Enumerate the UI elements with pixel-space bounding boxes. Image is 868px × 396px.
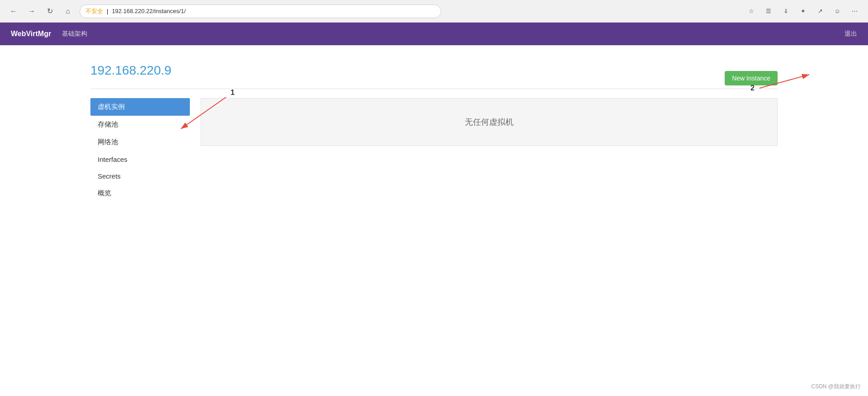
- title-divider: [90, 89, 778, 89]
- download-icon[interactable]: ⇓: [779, 5, 792, 18]
- sidebar-item-network[interactable]: 网络池: [90, 133, 190, 151]
- svg-text:1: 1: [231, 89, 235, 96]
- extensions-icon[interactable]: ✦: [797, 5, 809, 18]
- sidebar-item-secrets[interactable]: Secrets: [90, 168, 190, 184]
- navbar: WebVirtMgr 基础架构 退出: [0, 23, 868, 45]
- address-bar[interactable]: 不安全 | 192.168.220.22/instances/1/: [80, 5, 441, 18]
- sidebar-item-overview[interactable]: 概览: [90, 184, 190, 202]
- forward-button[interactable]: →: [25, 5, 38, 18]
- empty-state-text: 无任何虚拟机: [465, 118, 514, 127]
- address-separator: |: [107, 8, 108, 14]
- security-warning: 不安全: [85, 7, 103, 15]
- empty-state: 无任何虚拟机: [201, 98, 778, 146]
- browser-chrome: ← → ↻ ⌂ 不安全 | 192.168.220.22/instances/1…: [0, 0, 868, 23]
- new-instance-button[interactable]: New Instance: [725, 71, 778, 85]
- menu-icon[interactable]: ⋯: [848, 5, 861, 18]
- collections-icon[interactable]: ☰: [762, 5, 775, 18]
- watermark: CSDN @我就要执行: [811, 383, 861, 391]
- sidebar: 虚机实例 存储池 网络池 Interfaces Secrets 概览: [90, 98, 190, 202]
- home-button[interactable]: ⌂: [61, 5, 74, 18]
- brand-name: WebVirtMgr: [11, 30, 51, 38]
- logout-link[interactable]: 退出: [844, 30, 857, 38]
- infrastructure-link[interactable]: 基础架构: [62, 30, 87, 38]
- content-area: New Instance 无任何虚拟机: [201, 98, 778, 202]
- main-content: 192.168.220.9 虚机实例 存储池 网络池 Interfaces Se…: [0, 45, 868, 220]
- sidebar-item-interfaces[interactable]: Interfaces: [90, 151, 190, 168]
- back-button[interactable]: ←: [7, 5, 20, 18]
- browser-actions: ☆ ☰ ⇓ ✦ ↗ ☺ ⋯: [745, 5, 861, 18]
- favorites-icon[interactable]: ☆: [745, 5, 758, 18]
- profile-icon[interactable]: ☺: [831, 5, 844, 18]
- share-icon[interactable]: ↗: [814, 5, 826, 18]
- sidebar-item-storage[interactable]: 存储池: [90, 116, 190, 133]
- address-text: 192.168.220.22/instances/1/: [112, 8, 185, 14]
- page-title: 192.168.220.9: [90, 63, 778, 78]
- layout: 虚机实例 存储池 网络池 Interfaces Secrets 概览 New I…: [90, 98, 778, 202]
- reload-button[interactable]: ↻: [43, 5, 56, 18]
- sidebar-item-instances[interactable]: 虚机实例: [90, 98, 190, 116]
